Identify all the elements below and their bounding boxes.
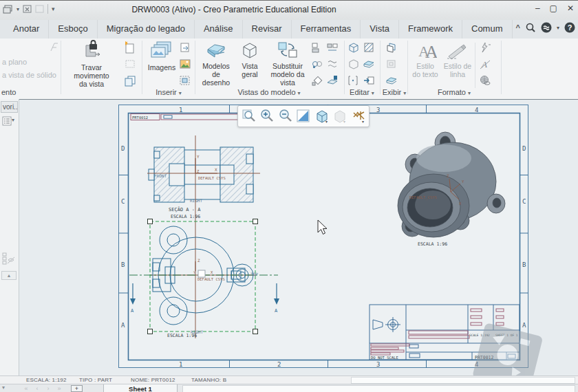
svg-text:▾: ▾ [325, 120, 328, 124]
section-view-title: SEÇÃO A - A [169, 206, 201, 213]
panel-scroll-up-button[interactable]: ▲ [1, 271, 17, 280]
drawing-models-button[interactable]: Modelos de desenho [197, 40, 235, 87]
help-icon[interactable]: ? [564, 22, 575, 33]
ole-object-icon[interactable] [179, 74, 191, 87]
refit-icon[interactable] [296, 109, 311, 124]
ribbon-divider [142, 41, 142, 94]
zoom-window-icon[interactable] [242, 109, 257, 124]
text-style-button[interactable]: A A Estilo do texto [410, 40, 440, 78]
svg-text:DEFAULT CSYS: DEFAULT CSYS [198, 176, 226, 180]
detail-view-icon[interactable] [311, 58, 323, 70]
minimize-button[interactable]: – [535, 3, 540, 13]
revolved-view-icon[interactable] [326, 41, 339, 54]
plan-top-label: TOP [250, 272, 258, 276]
qat-customize-icon[interactable]: ▾ [52, 6, 55, 12]
tree-visibility-icon[interactable] [2, 252, 16, 265]
edit-view-outline-icon[interactable] [347, 41, 360, 54]
hatching-icon[interactable] [363, 41, 375, 54]
lock-view-movement-button[interactable]: Travar movimento da vista [63, 40, 120, 88]
group-label-exibir[interactable]: Exibir▾ [381, 88, 407, 98]
tab-comum[interactable]: Comum [462, 20, 513, 39]
activate-window-icon[interactable] [35, 5, 44, 13]
tab-vista[interactable]: Vista [361, 20, 399, 39]
last-sheet-button[interactable]: » [55, 384, 63, 392]
move-copy-sheets-icon[interactable] [124, 74, 136, 87]
layer-display-icon[interactable] [385, 58, 398, 70]
object-from-file-icon[interactable] [179, 41, 191, 54]
svg-text:Z: Z [197, 258, 200, 263]
drawing-view-flag-icon[interactable] [326, 74, 339, 87]
previous-sheet-button[interactable]: ‹ [33, 384, 41, 392]
tree-options-dropdown-icon[interactable]: ▾ [12, 117, 14, 123]
cropped-tool-icon[interactable] [48, 41, 61, 54]
ribbon: a plano a vista de sólido ento Travar mo… [0, 39, 578, 100]
group-label-vistas[interactable]: Vistas do modelo▾ [196, 88, 342, 98]
dropdown-icon: ▾ [298, 90, 301, 96]
replace-view-model-button[interactable]: Substituir modelo da vista [265, 40, 310, 87]
hyperlink-icon[interactable] [479, 74, 491, 87]
edit-slab-icon[interactable] [363, 58, 375, 70]
auxiliary-view-icon[interactable] [311, 74, 323, 87]
tab-framework[interactable]: Framework [399, 20, 462, 39]
display-style-icon[interactable]: ▾ [314, 109, 330, 124]
zoom-in-icon[interactable] [259, 109, 275, 124]
new-sheet-icon[interactable] [124, 41, 136, 54]
svg-text:A: A [121, 322, 125, 329]
window-cascade-icon[interactable] [3, 5, 13, 14]
search-icon[interactable] [525, 22, 536, 33]
tab-ferramentas[interactable]: Ferramentas [292, 20, 361, 39]
display-slab-icon[interactable] [385, 74, 398, 87]
pane-collapse-icon[interactable]: ▾ [2, 384, 5, 391]
maximize-button[interactable]: ▢ [550, 3, 557, 13]
ribbon-divider [344, 41, 345, 94]
picture-icon[interactable] [179, 58, 191, 70]
move-to-sheet-icon[interactable] [363, 74, 375, 87]
images-button[interactable]: Imagens [144, 40, 179, 72]
overlay-views-icon[interactable] [385, 41, 398, 54]
general-view-button[interactable]: Vista geral [236, 40, 264, 78]
group-label-documento[interactable]: ento [1, 88, 29, 98]
text-slant-icon[interactable]: A [479, 58, 491, 70]
sheet-setup-icon[interactable] [124, 58, 136, 70]
in-graphics-toolbar[interactable]: ▾ ▾ ▾ [237, 105, 370, 127]
command-locator-icon[interactable] [541, 22, 552, 33]
cropped-label-vista-solido: a vista de sólido [2, 71, 56, 79]
drawing-canvas[interactable]: 1 2 3 4 1 2 3 4 D C B A D C B A PRT0012 [19, 99, 578, 375]
message-area[interactable] [351, 377, 575, 384]
svg-text:Z: Z [447, 173, 449, 178]
svg-text:A: A [425, 42, 437, 61]
close-window-icon[interactable] [23, 5, 32, 13]
projection-view-icon[interactable] [311, 41, 323, 54]
next-sheet-button[interactable]: › [44, 384, 52, 392]
window-dropdown-icon[interactable]: ▾ [17, 6, 19, 12]
favorites-tab[interactable]: vori... [1, 101, 18, 113]
edit-boundary-icon[interactable] [347, 74, 360, 87]
axes-display-icon[interactable]: ▾ [351, 109, 366, 124]
copy-align-view-icon[interactable] [326, 58, 339, 70]
replace-view-model-icon [276, 40, 299, 61]
tab-revisar[interactable]: Revisar [243, 20, 292, 39]
lock-view-movement-icon [81, 40, 103, 62]
tab-analise[interactable]: Análise [195, 20, 243, 39]
ribbon-divider [475, 43, 475, 88]
locator-dropdown-icon[interactable]: ▾ [557, 25, 559, 31]
arrow-style-icon[interactable] [479, 41, 491, 54]
tree-list-icon[interactable] [2, 116, 12, 126]
zoom-out-icon[interactable] [278, 109, 293, 124]
edit-view-section-icon[interactable] [347, 58, 360, 70]
group-label-editar[interactable]: Editar▾ [345, 88, 378, 98]
close-button[interactable]: ✕ [567, 3, 574, 13]
group-label-formato[interactable]: Formato▾ [409, 88, 500, 98]
minimize-ribbon-icon[interactable]: ^ [516, 23, 520, 32]
tab-anotar[interactable]: Anotar [4, 20, 49, 39]
sheet-tab-active[interactable]: Sheet 1 [103, 384, 178, 392]
tab-migracao-do-legado[interactable]: Migração do legado [98, 20, 195, 39]
line-style-button[interactable]: Estilo de linha [442, 40, 473, 78]
svg-text:B: B [522, 261, 526, 268]
tab-esboco[interactable]: Esboço [49, 20, 97, 39]
group-label-inserir[interactable]: Inserir▾ [143, 88, 194, 98]
ribbon-tab-row: Anotar Esboço Migração do legado Análise… [0, 20, 578, 39]
add-sheet-button[interactable]: + [71, 385, 83, 392]
datum-display-icon[interactable]: ▾ [332, 109, 347, 124]
first-sheet-button[interactable]: « [22, 384, 30, 392]
